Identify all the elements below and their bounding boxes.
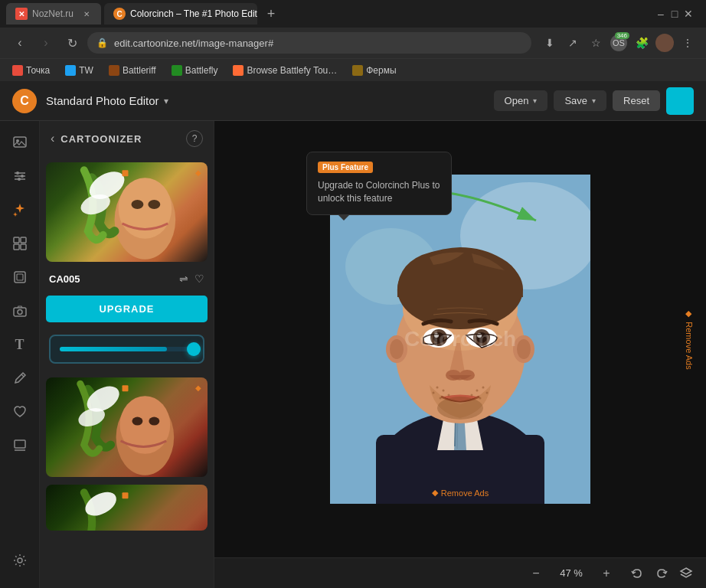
sidebar-icon-heart[interactable] bbox=[5, 397, 35, 427]
forward-button[interactable]: › bbox=[35, 32, 57, 54]
adjust-icon[interactable]: ⇌ bbox=[179, 273, 188, 285]
svg-point-73 bbox=[479, 397, 482, 400]
canvas-area: Plus Feature Upgrade to Colorcinch Plus … bbox=[214, 121, 706, 588]
sidebar-icon-pen[interactable] bbox=[5, 363, 35, 394]
svg-rect-11 bbox=[21, 244, 26, 250]
canvas-viewport: Plus Feature Upgrade to Colorcinch Plus … bbox=[214, 121, 706, 557]
sidebar-icon-adjust[interactable] bbox=[5, 161, 35, 191]
slider-thumb[interactable] bbox=[187, 342, 201, 356]
svg-point-19 bbox=[18, 558, 22, 563]
tooltip-text: Upgrade to Colorcinch Plus to unlock thi… bbox=[318, 179, 440, 205]
address-text: edit.cartoonize.net/image-manager# bbox=[114, 38, 273, 49]
new-tab-button[interactable]: + bbox=[260, 3, 282, 24]
svg-rect-17 bbox=[15, 440, 25, 448]
tooltip-header: Plus Feature bbox=[318, 162, 440, 173]
back-button[interactable]: ‹ bbox=[9, 32, 31, 54]
profile-icon[interactable]: OS 346 bbox=[610, 34, 628, 52]
download-icon[interactable]: ⬇ bbox=[541, 34, 559, 52]
bookmark-battlefly[interactable]: Battlefly bbox=[165, 64, 224, 77]
remove-ads-bottom[interactable]: ◆ Remove Ads bbox=[432, 488, 489, 498]
nav-bar: ‹ › ↻ 🔒 edit.cartoonize.net/image-manage… bbox=[0, 28, 706, 58]
zoom-out-button[interactable]: − bbox=[525, 563, 547, 584]
panel-items: ◆ CA005 ⇌ ♡ UPGRADE bbox=[40, 156, 214, 588]
svg-point-30 bbox=[149, 417, 159, 426]
layers-button[interactable] bbox=[675, 563, 697, 584]
app-logo: C bbox=[12, 89, 37, 113]
bookmark-tw[interactable]: TW bbox=[59, 64, 100, 77]
photo-canvas: Colorcinch ◆ Remove Ads bbox=[330, 175, 590, 504]
sidebar-icon-image[interactable] bbox=[5, 127, 35, 158]
svg-point-66 bbox=[433, 392, 435, 394]
remove-ads-right[interactable]: ◆ Remove Ads bbox=[684, 309, 694, 369]
open-chevron-icon: ▾ bbox=[533, 96, 537, 105]
sidebar-icon-frame[interactable] bbox=[5, 262, 35, 292]
filter-name-ca005: CA005 bbox=[49, 273, 80, 285]
cartoon-portrait bbox=[330, 175, 590, 504]
slider-fill bbox=[60, 347, 167, 351]
app-title-area[interactable]: Standard Photo Editor ▾ bbox=[46, 94, 168, 107]
app-header: C Standard Photo Editor ▾ Open ▾ Save ▾ … bbox=[0, 81, 706, 121]
star-icon[interactable]: ☆ bbox=[587, 34, 605, 52]
app: C Standard Photo Editor ▾ Open ▾ Save ▾ … bbox=[0, 81, 706, 588]
cyan-accent-button[interactable] bbox=[666, 87, 694, 115]
plus-feature-badge: Plus Feature bbox=[318, 162, 373, 173]
sidebar-icon-grid[interactable] bbox=[5, 228, 35, 259]
panel-back-button[interactable]: ‹ bbox=[51, 132, 54, 145]
tab-colorcinch[interactable]: C Colorcinch – The #1 Photo Edito… ✕ bbox=[104, 3, 257, 24]
filter-item-ca006[interactable]: ◆ bbox=[46, 377, 208, 477]
svg-marker-75 bbox=[681, 568, 691, 574]
svg-rect-35 bbox=[123, 492, 129, 498]
svg-point-52 bbox=[390, 339, 404, 359]
user-avatar[interactable] bbox=[655, 34, 674, 52]
filter-label-row: CA005 ⇌ ♡ bbox=[46, 270, 208, 289]
panel-header: ‹ CARTOONIZER ? bbox=[40, 121, 214, 156]
upgrade-button[interactable]: UPGRADE bbox=[46, 296, 208, 322]
svg-point-15 bbox=[18, 310, 22, 315]
close-button[interactable]: ✕ bbox=[683, 8, 694, 19]
minimize-button[interactable]: – bbox=[655, 8, 666, 19]
sidebar-icon-settings[interactable] bbox=[5, 545, 35, 576]
reset-button[interactable]: Reset bbox=[613, 90, 660, 111]
maximize-button[interactable]: □ bbox=[669, 8, 680, 19]
redo-button[interactable] bbox=[651, 563, 672, 584]
tooltip-arrow bbox=[338, 214, 350, 220]
panel-title: CARTOONIZER bbox=[60, 133, 180, 145]
sidebar-icon-camera[interactable] bbox=[5, 296, 35, 326]
tab-noznet[interactable]: ✕ NozNet.ru ✕ bbox=[6, 3, 101, 24]
svg-rect-33 bbox=[123, 385, 129, 391]
bookmark-battleriff[interactable]: Battleriff bbox=[103, 64, 162, 77]
svg-point-70 bbox=[476, 390, 479, 392]
address-bar[interactable]: 🔒 edit.cartoonize.net/image-manager# bbox=[87, 32, 531, 54]
sidebar-icon-layers[interactable] bbox=[5, 430, 35, 461]
bookmark-fermy[interactable]: Фермы bbox=[346, 64, 402, 77]
filter-item-ca004[interactable]: ◆ bbox=[46, 162, 208, 262]
sidebar-icon-effects[interactable] bbox=[5, 194, 35, 225]
extensions-icon[interactable]: 🧩 bbox=[632, 34, 651, 52]
svg-point-68 bbox=[440, 397, 442, 400]
panel-help-button[interactable]: ? bbox=[186, 130, 203, 147]
save-button[interactable]: Save ▾ bbox=[554, 90, 606, 111]
icon-sidebar: T bbox=[0, 121, 40, 588]
bookmark-browse-battlefy[interactable]: Browse Battlefy Tou… bbox=[227, 64, 343, 77]
slider-container bbox=[46, 328, 208, 370]
bookmark-tochka[interactable]: Точка bbox=[6, 64, 56, 77]
svg-point-6 bbox=[21, 175, 24, 178]
zoom-in-button[interactable]: + bbox=[596, 563, 617, 584]
share-icon[interactable]: ↗ bbox=[564, 34, 582, 52]
refresh-button[interactable]: ↻ bbox=[61, 32, 83, 54]
sidebar-icon-text[interactable]: T bbox=[5, 329, 35, 360]
heart-favorite-icon[interactable]: ♡ bbox=[194, 273, 204, 285]
tab-close-noznet[interactable]: ✕ bbox=[81, 8, 92, 19]
undo-button[interactable] bbox=[626, 563, 648, 584]
app-body: T ‹ CARTOONIZER ? bbox=[0, 121, 706, 588]
bookmarks-bar: Точка TW Battleriff Battlefly Browse Bat… bbox=[0, 58, 706, 81]
svg-rect-10 bbox=[14, 244, 19, 250]
svg-point-5 bbox=[16, 172, 19, 175]
window-controls: – □ ✕ bbox=[655, 8, 700, 19]
menu-icon[interactable]: ⋮ bbox=[678, 34, 697, 52]
svg-line-16 bbox=[21, 374, 24, 377]
svg-point-1 bbox=[16, 139, 19, 142]
open-button[interactable]: Open ▾ bbox=[494, 90, 548, 111]
svg-point-67 bbox=[448, 394, 450, 397]
filter-item-ca007[interactable] bbox=[46, 485, 208, 531]
